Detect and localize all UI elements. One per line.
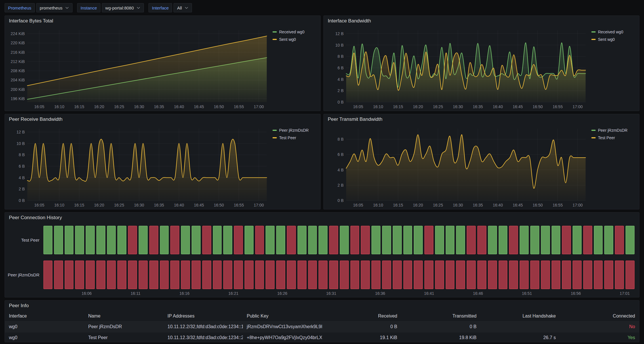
legend-item[interactable]: Received wg0 bbox=[591, 28, 636, 35]
timeline-block-disconnected[interactable] bbox=[583, 226, 592, 254]
timeline-block-connected[interactable] bbox=[319, 226, 327, 254]
timeline-block-connected[interactable] bbox=[604, 226, 613, 254]
timeline-block-disconnected[interactable] bbox=[562, 226, 571, 254]
timeline-block-connected[interactable] bbox=[86, 226, 95, 254]
timeline-block-connected[interactable] bbox=[414, 226, 423, 254]
timeline-block-connected[interactable] bbox=[626, 226, 635, 254]
timeline-block-disconnected[interactable] bbox=[414, 261, 423, 289]
timeline-block-connected[interactable] bbox=[298, 226, 306, 254]
timeline-block-connected[interactable] bbox=[488, 226, 497, 254]
timeline-block-disconnected[interactable] bbox=[446, 261, 455, 289]
timeline-block-disconnected[interactable] bbox=[128, 226, 137, 254]
timeline-block-disconnected[interactable] bbox=[509, 226, 518, 254]
timeline-block-disconnected[interactable] bbox=[382, 261, 391, 289]
timeline-block-disconnected[interactable] bbox=[350, 226, 359, 254]
timeline-block-connected[interactable] bbox=[530, 226, 539, 254]
timeline-block-connected[interactable] bbox=[213, 226, 222, 254]
timeline-block-disconnected[interactable] bbox=[181, 261, 190, 289]
timeline-block-disconnected[interactable] bbox=[54, 261, 63, 289]
timeline-block-disconnected[interactable] bbox=[456, 261, 465, 289]
timeline-block-disconnected[interactable] bbox=[65, 261, 74, 289]
timeline-block-disconnected[interactable] bbox=[223, 261, 232, 289]
timeline-block-connected[interactable] bbox=[75, 226, 84, 254]
timeline-block-disconnected[interactable] bbox=[626, 261, 635, 289]
legend-item[interactable]: Test Peer bbox=[273, 134, 317, 141]
timeline-block-disconnected[interactable] bbox=[530, 261, 539, 289]
legend-item[interactable]: Received wg0 bbox=[273, 28, 317, 35]
timeline-block-disconnected[interactable] bbox=[308, 261, 317, 289]
timeline-block-disconnected[interactable] bbox=[202, 226, 211, 254]
column-header-ip-addresses[interactable]: IP Addresses bbox=[163, 311, 243, 321]
timeline-block-connected[interactable] bbox=[117, 226, 126, 254]
peer-transmit-bandwidth-chart[interactable]: 16:0516:1016:1516:2016:2516:3016:3516:40… bbox=[326, 125, 587, 209]
timeline-block-connected[interactable] bbox=[139, 226, 148, 254]
timeline-block-disconnected[interactable] bbox=[298, 261, 306, 289]
timeline-block-disconnected[interactable] bbox=[149, 261, 158, 289]
timeline-block-connected[interactable] bbox=[520, 226, 529, 254]
variable-prometheus-select[interactable]: prometheus bbox=[36, 3, 73, 12]
timeline-block-disconnected[interactable] bbox=[361, 226, 370, 254]
timeline-block-disconnected[interactable] bbox=[583, 261, 592, 289]
timeline-block-disconnected[interactable] bbox=[43, 261, 52, 289]
timeline-block-connected[interactable] bbox=[223, 226, 232, 254]
timeline-block-disconnected[interactable] bbox=[520, 261, 529, 289]
timeline-block-connected[interactable] bbox=[446, 226, 455, 254]
timeline-block-disconnected[interactable] bbox=[340, 261, 349, 289]
timeline-block-disconnected[interactable] bbox=[234, 261, 243, 289]
timeline-block-disconnected[interactable] bbox=[594, 261, 603, 289]
timeline-block-connected[interactable] bbox=[382, 226, 391, 254]
timeline-block-connected[interactable] bbox=[308, 226, 317, 254]
timeline-block-disconnected[interactable] bbox=[488, 261, 497, 289]
timeline-block-disconnected[interactable] bbox=[615, 226, 624, 254]
timeline-block-disconnected[interactable] bbox=[202, 261, 211, 289]
variable-interface-select[interactable]: All bbox=[174, 3, 192, 12]
timeline-block-disconnected[interactable] bbox=[477, 226, 486, 254]
timeline-block-disconnected[interactable] bbox=[287, 261, 296, 289]
panel-title[interactable]: Peer Receive Bandwidth bbox=[9, 116, 62, 122]
legend-item[interactable]: Peer jRzmDsDR bbox=[273, 127, 317, 133]
timeline-block-connected[interactable] bbox=[245, 226, 254, 254]
timeline-block-disconnected[interactable] bbox=[424, 261, 433, 289]
timeline-block-connected[interactable] bbox=[276, 226, 285, 254]
timeline-block-connected[interactable] bbox=[393, 226, 402, 254]
legend-item[interactable]: Sent wg0 bbox=[273, 36, 317, 43]
timeline-block-disconnected[interactable] bbox=[96, 261, 105, 289]
timeline-block-disconnected[interactable] bbox=[160, 261, 169, 289]
timeline-block-connected[interactable] bbox=[371, 226, 380, 254]
timeline-block-disconnected[interactable] bbox=[371, 261, 380, 289]
timeline-block-disconnected[interactable] bbox=[604, 261, 613, 289]
panel-title[interactable]: Peer Info bbox=[9, 303, 29, 309]
timeline-block-disconnected[interactable] bbox=[287, 226, 296, 254]
timeline-block-disconnected[interactable] bbox=[552, 261, 561, 289]
variable-instance-select[interactable]: wg-portal:8080 bbox=[102, 3, 144, 12]
timeline-block-disconnected[interactable] bbox=[245, 261, 254, 289]
column-header-last-handshake[interactable]: Last Handshake bbox=[481, 311, 560, 321]
timeline-block-disconnected[interactable] bbox=[615, 261, 624, 289]
timeline-block-disconnected[interactable] bbox=[276, 261, 285, 289]
timeline-block-disconnected[interactable] bbox=[573, 261, 582, 289]
timeline-block-disconnected[interactable] bbox=[361, 261, 370, 289]
panel-title[interactable]: Interface Bytes Total bbox=[9, 18, 53, 24]
timeline-block-connected[interactable] bbox=[96, 226, 105, 254]
timeline-block-disconnected[interactable] bbox=[139, 261, 148, 289]
timeline-block-disconnected[interactable] bbox=[107, 261, 116, 289]
timeline-block-disconnected[interactable] bbox=[266, 261, 275, 289]
timeline-block-disconnected[interactable] bbox=[467, 226, 476, 254]
timeline-block-connected[interactable] bbox=[573, 226, 582, 254]
timeline-block-disconnected[interactable] bbox=[424, 226, 433, 254]
timeline-block-connected[interactable] bbox=[192, 226, 201, 254]
timeline-block-disconnected[interactable] bbox=[117, 261, 126, 289]
timeline-block-disconnected[interactable] bbox=[509, 261, 518, 289]
timeline-block-disconnected[interactable] bbox=[170, 226, 179, 254]
timeline-block-disconnected[interactable] bbox=[329, 226, 338, 254]
panel-title[interactable]: Interface Bandwidth bbox=[328, 18, 371, 24]
timeline-block-disconnected[interactable] bbox=[319, 261, 327, 289]
column-header-interface[interactable]: Interface bbox=[5, 311, 84, 321]
timeline-block-disconnected[interactable] bbox=[329, 261, 338, 289]
timeline-block-connected[interactable] bbox=[552, 226, 561, 254]
timeline-block-disconnected[interactable] bbox=[541, 261, 550, 289]
timeline-block-disconnected[interactable] bbox=[255, 226, 264, 254]
timeline-block-disconnected[interactable] bbox=[75, 261, 84, 289]
timeline-block-connected[interactable] bbox=[107, 226, 116, 254]
timeline-block-connected[interactable] bbox=[65, 226, 74, 254]
